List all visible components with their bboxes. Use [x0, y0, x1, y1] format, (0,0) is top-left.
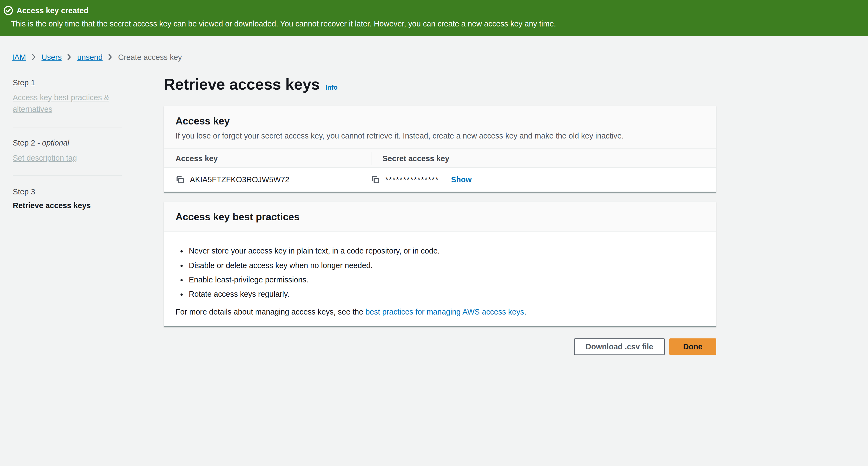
column-header-secret-access-key: Secret access key — [371, 152, 450, 165]
step-2-link[interactable]: Set description tag — [13, 153, 77, 162]
download-csv-button[interactable]: Download .csv file — [574, 338, 665, 355]
chevron-right-icon — [67, 54, 72, 60]
step-3-label: Step 3 — [13, 187, 122, 196]
best-practices-footer: For more details about managing access k… — [176, 306, 705, 317]
access-key-card-description: If you lose or forget your secret access… — [176, 131, 705, 140]
page-title: Retrieve access keys — [164, 75, 320, 95]
best-practices-card-body: Never store your access key in plain tex… — [164, 232, 716, 326]
breadcrumb: IAM Users unsend Create access key — [12, 53, 868, 62]
table-row: AKIA5FTZFKO3ROJW5W72 — [164, 168, 716, 191]
breadcrumb-current: Create access key — [118, 53, 182, 62]
table-header-row: Access key Secret access key — [164, 149, 716, 168]
breadcrumb-link-user[interactable]: unsend — [77, 53, 102, 62]
list-item: Enable least-privilege permissions. — [189, 274, 705, 285]
wizard-actions: Download .csv file Done — [164, 338, 716, 355]
main-content: Retrieve access keys Info Access key If … — [164, 75, 716, 355]
check-circle-icon — [3, 6, 13, 15]
wizard-step-3: Step 3 Retrieve access keys — [13, 187, 122, 210]
success-banner: Access key created This is the only time… — [0, 0, 868, 36]
access-key-card: Access key If you lose or forget your se… — [164, 106, 716, 193]
info-link[interactable]: Info — [326, 84, 338, 92]
list-item: Never store your access key in plain tex… — [189, 245, 705, 256]
copy-secret-key-button[interactable] — [371, 175, 380, 184]
breadcrumb-link-users[interactable]: Users — [41, 53, 62, 62]
access-key-id-value: AKIA5FTZFKO3ROJW5W72 — [190, 175, 289, 184]
list-item: Rotate access keys regularly. — [189, 289, 705, 300]
chevron-right-icon — [31, 54, 37, 60]
show-secret-link[interactable]: Show — [451, 175, 472, 184]
breadcrumb-link-iam[interactable]: IAM — [12, 53, 26, 62]
chevron-right-icon — [108, 54, 113, 60]
copy-icon — [371, 175, 380, 184]
copy-icon — [176, 175, 184, 184]
sidebar-divider — [13, 176, 122, 176]
list-item: Disable or delete access key when no lon… — [189, 260, 705, 271]
banner-title: Access key created — [17, 6, 89, 15]
access-key-card-title: Access key — [176, 116, 705, 127]
best-practices-card: Access key best practices Never store yo… — [164, 202, 716, 328]
best-practices-card-header: Access key best practices — [164, 202, 716, 232]
best-practices-link[interactable]: best practices for managing AWS access k… — [366, 307, 524, 316]
column-header-access-key: Access key — [164, 154, 360, 162]
copy-access-key-button[interactable] — [176, 175, 184, 184]
wizard-step-1: Step 1 Access key best practices & alter… — [13, 78, 122, 115]
step-2-optional-label: - optional — [37, 138, 69, 147]
page: Access key created This is the only time… — [0, 0, 868, 466]
secret-key-masked-value: *************** — [385, 175, 439, 184]
wizard-steps-sidebar: Step 1 Access key best practices & alter… — [13, 75, 122, 210]
best-practices-card-title: Access key best practices — [176, 211, 705, 223]
step-1-link[interactable]: Access key best practices & alternatives — [13, 93, 109, 114]
step-1-label: Step 1 — [13, 78, 122, 87]
done-button[interactable]: Done — [669, 338, 716, 355]
banner-description: This is the only time that the secret ac… — [11, 20, 857, 28]
step-3-current-title: Retrieve access keys — [13, 201, 122, 210]
best-practices-list: Never store your access key in plain tex… — [176, 245, 705, 300]
wizard-step-2: Step 2 - optional Set description tag — [13, 138, 122, 164]
access-key-card-header: Access key If you lose or forget your se… — [164, 106, 716, 149]
step-2-label: Step 2 - optional — [13, 138, 122, 147]
sidebar-divider — [13, 127, 122, 127]
